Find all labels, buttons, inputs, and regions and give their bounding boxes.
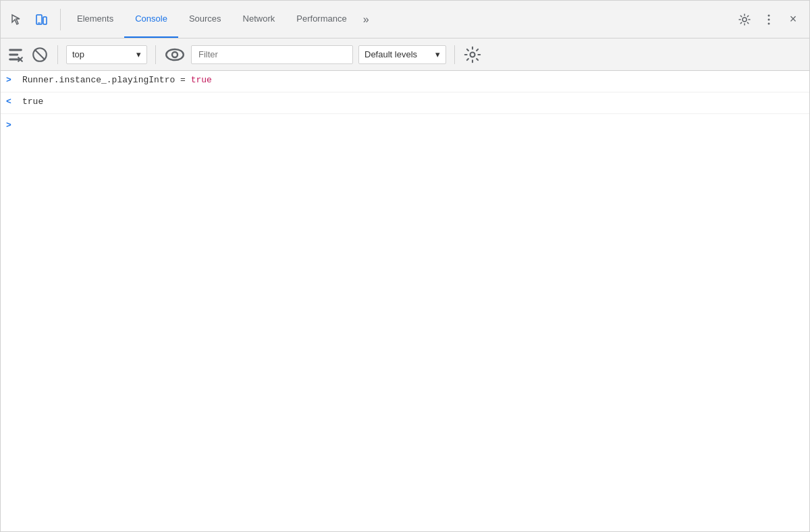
toolbar-divider-2 bbox=[155, 45, 156, 64]
input-prompt-1: > bbox=[6, 74, 17, 87]
svg-rect-8 bbox=[9, 53, 18, 55]
svg-rect-1 bbox=[43, 17, 47, 24]
tab-sources[interactable]: Sources bbox=[178, 1, 232, 38]
context-selector[interactable]: top ▾ bbox=[66, 45, 147, 64]
toolbar-icon-group bbox=[6, 9, 61, 30]
filter-input[interactable] bbox=[191, 45, 353, 64]
close-devtools-button[interactable]: × bbox=[782, 9, 804, 30]
svg-point-14 bbox=[166, 49, 184, 60]
svg-rect-9 bbox=[9, 58, 20, 60]
output-prompt-1: < bbox=[6, 95, 17, 109]
devtools-window: Elements Console Sources Network Perform… bbox=[0, 0, 810, 532]
toolbar-right-actions: × bbox=[734, 9, 804, 30]
console-output-line-1: < true bbox=[1, 92, 809, 114]
svg-line-13 bbox=[34, 49, 45, 59]
inspect-element-button[interactable] bbox=[6, 9, 28, 30]
console-output[interactable]: > Runner.instance_.playingIntro = true <… bbox=[1, 71, 809, 531]
live-expressions-button[interactable] bbox=[164, 44, 186, 65]
svg-point-3 bbox=[742, 18, 747, 22]
active-caret: > bbox=[6, 120, 11, 130]
tab-bar: Elements Console Sources Network Perform… bbox=[66, 1, 375, 38]
device-toolbar-button[interactable] bbox=[30, 9, 52, 30]
svg-point-15 bbox=[172, 52, 178, 57]
svg-point-16 bbox=[470, 52, 475, 57]
clear-console-button[interactable] bbox=[6, 45, 25, 64]
more-options-button[interactable] bbox=[758, 9, 780, 30]
log-levels-selector[interactable]: Default levels ▾ bbox=[358, 45, 446, 64]
tab-performance[interactable]: Performance bbox=[286, 1, 357, 38]
tab-console[interactable]: Console bbox=[124, 1, 178, 38]
tab-network[interactable]: Network bbox=[232, 1, 286, 38]
console-toolbar: top ▾ Default levels ▾ bbox=[1, 38, 809, 71]
tab-elements[interactable]: Elements bbox=[66, 1, 124, 38]
svg-rect-7 bbox=[9, 49, 22, 51]
console-settings-button[interactable] bbox=[463, 45, 482, 64]
toolbar-divider-1 bbox=[57, 45, 58, 64]
svg-point-5 bbox=[768, 18, 770, 20]
block-requests-button[interactable] bbox=[30, 45, 49, 64]
toolbar-divider-3 bbox=[454, 45, 455, 64]
svg-point-4 bbox=[768, 14, 770, 16]
console-input-line-1: > Runner.instance_.playingIntro = true bbox=[1, 71, 809, 92]
console-value-1: true bbox=[22, 95, 43, 109]
svg-point-6 bbox=[768, 22, 770, 24]
settings-button[interactable] bbox=[734, 9, 755, 30]
console-active-input[interactable]: > bbox=[1, 114, 809, 136]
main-toolbar: Elements Console Sources Network Perform… bbox=[1, 1, 809, 38]
console-code-1: Runner.instance_.playingIntro = true bbox=[22, 74, 212, 87]
more-tabs-button[interactable]: » bbox=[358, 1, 375, 38]
